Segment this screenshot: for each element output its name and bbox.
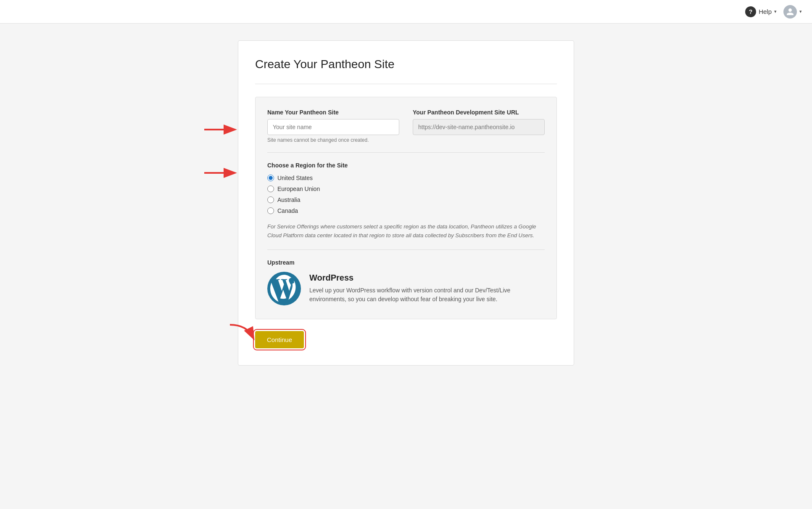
region-disclaimer: For Service Offerings where customers se… [267,223,545,240]
region-section-label: Choose a Region for the Site [267,162,545,169]
upstream-description: Level up your WordPress workflow with ve… [309,286,545,304]
site-name-hint: Site names cannot be changed once create… [267,137,399,143]
region-au-radio[interactable] [267,196,274,203]
fields-row: Name Your Pantheon Site Site names canno… [267,109,545,143]
header: ? Help ▾ ▾ [0,0,812,24]
region-ca-radio[interactable] [267,207,274,214]
arrow-continue-annotation [221,323,264,348]
upstream-name: WordPress [309,273,545,283]
main-content: Create Your Pantheon Site Name Your Pant… [0,24,812,391]
region-radio-group: United States European Union Australia C… [267,175,545,214]
section-divider-1 [267,152,545,153]
site-url-input [413,119,545,135]
user-chevron-icon: ▾ [799,9,802,14]
region-eu-item[interactable]: European Union [267,186,545,192]
help-chevron-icon: ▾ [774,9,777,14]
avatar [783,5,797,19]
region-us-item[interactable]: United States [267,175,545,181]
region-us-label: United States [277,175,313,181]
region-ca-label: Canada [277,207,298,214]
create-site-card: Create Your Pantheon Site Name Your Pant… [238,40,574,366]
upstream-section-label: Upstream [267,259,545,266]
site-url-group: Your Pantheon Development Site URL [413,109,545,143]
user-menu[interactable]: ▾ [783,5,802,19]
site-name-group: Name Your Pantheon Site Site names canno… [267,109,399,143]
region-ca-item[interactable]: Canada [267,207,545,214]
button-area: Continue [255,331,557,348]
region-au-label: Australia [277,196,300,203]
upstream-item: WordPress Level up your WordPress workfl… [267,272,545,305]
section-divider-2 [267,249,545,250]
region-us-radio[interactable] [267,175,274,181]
help-icon: ? [745,6,756,17]
wordpress-logo [267,272,301,305]
region-eu-radio[interactable] [267,186,274,192]
arrow-region-annotation [204,165,242,180]
site-name-label: Name Your Pantheon Site [267,109,399,116]
site-url-label: Your Pantheon Development Site URL [413,109,545,116]
user-icon [786,8,794,16]
help-label: Help [759,8,772,15]
page-title: Create Your Pantheon Site [255,58,557,71]
region-eu-label: European Union [277,186,320,192]
title-divider [255,84,557,84]
region-au-item[interactable]: Australia [267,196,545,203]
upstream-info: WordPress Level up your WordPress workfl… [309,273,545,304]
site-name-input[interactable] [267,119,399,135]
arrow-site-name-annotation [204,122,242,137]
help-menu[interactable]: ? Help ▾ [745,6,777,17]
form-section: Name Your Pantheon Site Site names canno… [255,97,557,319]
